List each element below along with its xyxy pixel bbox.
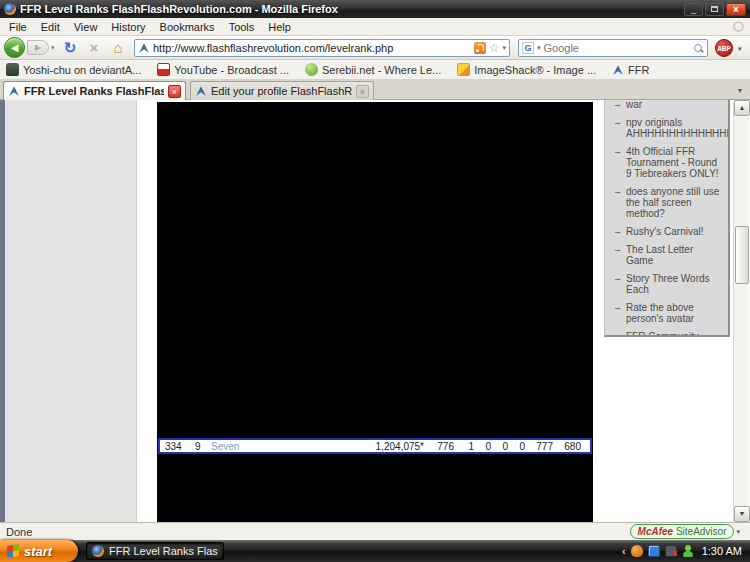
forum-topic-link[interactable]: →war — [613, 100, 722, 110]
rss-icon[interactable] — [474, 42, 486, 54]
display-tray-icon[interactable] — [648, 545, 660, 557]
google-engine-icon[interactable]: G — [522, 42, 534, 54]
windows-taskbar: start FFR Level Ranks Flas... ‹ 1:30 AM — [0, 540, 750, 562]
bookmark-youtube[interactable]: YouTube - Broadcast ... — [157, 63, 289, 76]
tab-close-icon[interactable]: × — [168, 85, 181, 98]
reload-button[interactable]: ↻ — [60, 38, 80, 58]
mcafee-siteadvisor-badge[interactable]: McAfee SiteAdvisor ▾ — [630, 524, 740, 539]
url-input[interactable] — [153, 42, 471, 54]
menu-item-history[interactable]: History — [104, 19, 152, 35]
bookmark-label: Serebii.net - Where Le... — [322, 64, 441, 76]
bookmark-star-icon[interactable]: ☆ — [489, 42, 500, 54]
ffr-favicon-icon — [195, 85, 207, 97]
tab-close-icon[interactable]: × — [356, 85, 369, 98]
restore-icon — [711, 6, 718, 12]
topic-label: npv originals AHHHHHHHHHHHHHHH — [626, 117, 730, 139]
vertical-scrollbar[interactable]: ▲ ▼ — [733, 100, 749, 522]
firefox-icon — [92, 545, 104, 557]
bookmark-serebii[interactable]: Serebii.net - Where Le... — [305, 63, 441, 76]
forum-topic-link[interactable]: →npv originals AHHHHHHHHHHHHHHH — [613, 117, 722, 139]
status-text: Done — [6, 526, 630, 538]
forward-button[interactable]: ▶ — [27, 40, 49, 55]
forward-dropdown-icon[interactable]: ▾ — [51, 44, 55, 52]
tray-collapse-icon[interactable]: ‹ — [622, 545, 626, 557]
search-input[interactable] — [544, 42, 690, 54]
forum-topic-link[interactable]: →4th Official FFR Tournament - Round 9 T… — [613, 146, 722, 179]
menu-bar: File Edit View History Bookmarks Tools H… — [0, 18, 750, 36]
task-label: FFR Level Ranks Flas... — [109, 545, 218, 557]
stat-cell: 0 — [508, 441, 525, 452]
start-button[interactable]: start — [0, 540, 78, 562]
bookmark-ffr[interactable]: FFR — [612, 64, 649, 76]
ffr-favicon-icon — [138, 42, 150, 54]
adblock-plus-icon[interactable]: ABP — [715, 39, 733, 57]
arrow-bullet-icon: → — [613, 273, 622, 295]
topic-label: Rate the above person's avatar — [626, 302, 722, 324]
youtube-icon — [157, 63, 170, 76]
forum-topic-link[interactable]: →FFR Community Pack RELEASED!!! — [613, 331, 722, 337]
tab-edit-profile[interactable]: Edit your profile FlashFlashRevolution.c… — [190, 81, 374, 100]
title-bar: FFR Level Ranks FlashFlashRevolution.com… — [0, 0, 750, 18]
bookmark-imageshack[interactable]: ImageShack® - Image ... — [457, 63, 596, 76]
minimize-button[interactable]: _ — [684, 3, 703, 16]
topic-label: 4th Official FFR Tournament - Round 9 Ti… — [626, 146, 722, 179]
bookmarks-toolbar: Yoshi-chu on deviantA... YouTube - Broad… — [0, 60, 750, 80]
highlighted-rank-row[interactable]: 334 9 Seven 1,204,075* 776 1 0 0 0 777 6… — [158, 438, 592, 454]
search-icon[interactable] — [693, 43, 704, 54]
tab-label: FFR Level Ranks FlashFlashRev... — [24, 85, 164, 97]
scroll-up-icon[interactable]: ▲ — [734, 100, 750, 116]
taskbar-clock: 1:30 AM — [702, 545, 742, 557]
bookmark-label: ImageShack® - Image ... — [474, 64, 596, 76]
system-tray: ‹ 1:30 AM — [622, 540, 750, 562]
url-dropdown-icon[interactable]: ▾ — [502, 44, 506, 52]
start-label: start — [24, 544, 52, 559]
topic-label: does anyone still use the half screen me… — [626, 186, 722, 219]
forum-topic-link[interactable]: →Story Three Words Each — [613, 273, 722, 295]
bookmark-yoshi-chu[interactable]: Yoshi-chu on deviantA... — [6, 63, 141, 76]
arrow-bullet-icon: → — [613, 186, 622, 219]
arrow-bullet-icon: → — [613, 331, 622, 337]
mcafee-tray-icon[interactable] — [631, 545, 643, 557]
taskbar-firefox-task[interactable]: FFR Level Ranks Flas... — [86, 542, 224, 560]
forum-topic-link[interactable]: →The Last Letter Game — [613, 244, 722, 266]
menu-item-file[interactable]: File — [2, 19, 34, 35]
bookmark-label: YouTube - Broadcast ... — [174, 64, 289, 76]
arrow-bullet-icon: → — [613, 117, 622, 139]
menu-item-help[interactable]: Help — [261, 19, 298, 35]
restore-button[interactable] — [705, 3, 724, 16]
tab-ffr-level-ranks[interactable]: FFR Level Ranks FlashFlashRev... × — [3, 81, 186, 100]
menu-item-bookmarks[interactable]: Bookmarks — [153, 19, 222, 35]
menu-item-tools[interactable]: Tools — [222, 19, 262, 35]
scrollbar-thumb[interactable] — [735, 226, 749, 284]
scroll-down-icon[interactable]: ▼ — [734, 506, 750, 522]
stop-button[interactable]: × — [84, 38, 104, 58]
tab-label: Edit your profile FlashFlashRevolution.c… — [211, 85, 352, 97]
security-alert-tray-icon[interactable] — [665, 545, 677, 557]
left-empty-panel — [5, 100, 137, 522]
stat-cell: 680 — [553, 441, 581, 452]
menu-item-view[interactable]: View — [67, 19, 105, 35]
forum-topic-link[interactable]: →Rushy's Carnival! — [613, 226, 722, 237]
engine-dropdown-icon[interactable]: ▾ — [537, 44, 541, 52]
ffr-icon — [612, 64, 624, 76]
windows-logo-icon — [7, 544, 19, 557]
menu-item-edit[interactable]: Edit — [34, 19, 67, 35]
player-name-link[interactable]: Seven — [211, 441, 296, 452]
window-controls: _ × — [684, 3, 746, 16]
status-bar: Done McAfee SiteAdvisor ▾ — [0, 522, 750, 540]
home-button[interactable]: ⌂ — [108, 38, 128, 58]
back-button[interactable]: ◀ — [4, 37, 25, 58]
messenger-tray-icon[interactable] — [682, 545, 694, 557]
stat-cell: 777 — [525, 441, 553, 452]
firefox-icon — [4, 3, 16, 15]
list-all-tabs-icon[interactable]: ▾ — [733, 85, 747, 97]
stat-cell: 0 — [474, 441, 491, 452]
mcafee-dropdown-icon[interactable]: ▾ — [736, 528, 740, 536]
level-cell: 9 — [195, 441, 211, 452]
firefox-window: FFR Level Ranks FlashFlashRevolution.com… — [0, 0, 750, 562]
close-button[interactable]: × — [726, 3, 746, 16]
forum-topic-link[interactable]: →Rate the above person's avatar — [613, 302, 722, 324]
forum-topic-link[interactable]: →does anyone still use the half screen m… — [613, 186, 722, 219]
imageshack-icon — [457, 63, 470, 76]
adblock-dropdown-icon[interactable]: ▾ — [738, 45, 742, 53]
